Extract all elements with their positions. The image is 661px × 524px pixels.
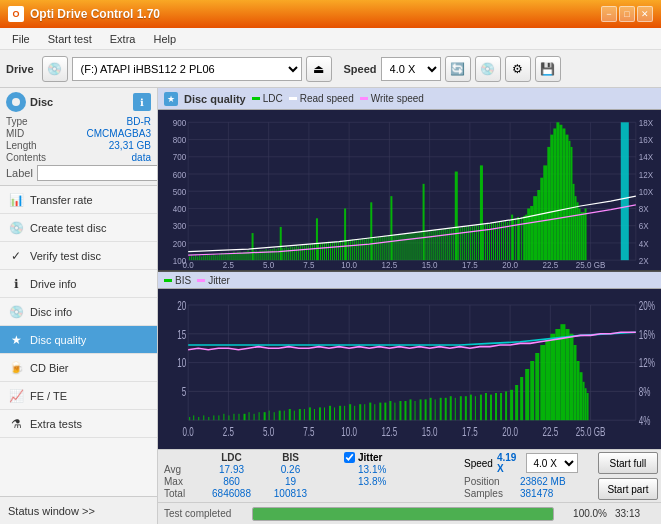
speed-select[interactable]: 4.0 X [526,453,578,473]
speed-label: Speed [344,63,377,75]
svg-rect-345 [520,377,523,420]
svg-rect-313 [359,404,361,420]
svg-text:500: 500 [173,186,186,197]
svg-rect-131 [350,240,351,260]
menu-start-test[interactable]: Start test [40,31,100,47]
toolbar: Drive 💿 (F:) ATAPI iHBS112 2 PL06 ⏏ Spee… [0,50,661,88]
sidebar-item-verify-test-disc[interactable]: ✓ Verify test disc [0,242,157,270]
svg-rect-309 [339,406,341,420]
sidebar-item-create-test-disc[interactable]: 💿 Create test disc [0,214,157,242]
svg-text:17.5: 17.5 [462,424,478,438]
sidebar-item-fe-te[interactable]: 📈 FE / TE [0,382,157,410]
cd-bier-icon: 🍺 [8,360,24,376]
extra-tests-label: Extra tests [30,418,82,430]
sidebar: Disc ℹ Type BD-R MID CMCMAGBA3 Length 23… [0,88,158,524]
svg-rect-210 [511,215,513,261]
svg-rect-77 [241,253,242,260]
svg-rect-80 [248,250,249,260]
svg-text:700: 700 [173,152,186,163]
svg-rect-189 [468,226,469,260]
svg-rect-161 [411,233,412,260]
menu-extra[interactable]: Extra [102,31,144,47]
close-button[interactable]: ✕ [637,6,653,22]
label-input[interactable] [37,165,158,181]
svg-rect-126 [340,240,341,260]
minimize-button[interactable]: − [601,6,617,22]
jitter-stats: Jitter 13.1% 13.8% [344,452,444,487]
nav-spacer [0,438,157,496]
svg-rect-217 [525,215,527,261]
start-part-button[interactable]: Start part [598,478,657,500]
svg-rect-191 [472,226,473,260]
legend-write-speed: Write speed [360,93,424,104]
sidebar-item-extra-tests[interactable]: ⚗ Extra tests [0,410,157,438]
svg-rect-338 [485,393,487,420]
extra-tests-icon: ⚗ [8,416,24,432]
svg-rect-310 [344,406,345,420]
jitter-checkbox[interactable] [344,452,355,463]
disc-quality-icon: ★ [8,332,24,348]
start-full-button[interactable]: Start full [598,452,657,474]
svg-text:7.5: 7.5 [303,424,314,438]
svg-rect-321 [399,401,401,420]
svg-rect-143 [374,237,375,260]
svg-rect-64 [215,255,216,260]
sidebar-item-disc-info[interactable]: 💿 Disc info [0,298,157,326]
disc-mid-row: MID CMCMAGBA3 [6,128,151,139]
settings-button[interactable]: ⚙ [505,56,531,82]
svg-rect-213 [517,217,519,260]
cd-bier-label: CD Bier [30,362,69,374]
svg-rect-120 [328,242,329,260]
svg-rect-56 [199,255,200,260]
disc-info-button[interactable]: ℹ [133,93,151,111]
disc-title: Disc [30,96,53,108]
svg-rect-139 [366,238,367,260]
svg-rect-306 [324,407,325,420]
drive-icon-button[interactable]: 💿 [42,56,68,82]
avg-ldc: 17.93 [204,464,259,475]
svg-rect-335 [470,395,472,421]
sidebar-item-transfer-rate[interactable]: 📊 Transfer rate [0,186,157,214]
disc-icon [6,92,26,112]
eject-button[interactable]: ⏏ [306,56,332,82]
svg-rect-193 [476,224,477,260]
drive-select[interactable]: (F:) ATAPI iHBS112 2 PL06 [72,57,302,81]
maximize-button[interactable]: □ [619,6,635,22]
menu-file[interactable]: File [4,31,38,47]
svg-rect-287 [228,415,229,420]
sidebar-item-cd-bier[interactable]: 🍺 CD Bier [0,354,157,382]
svg-rect-176 [441,229,442,260]
speed-select[interactable]: 4.0 X [381,57,441,81]
svg-text:5.0: 5.0 [263,259,274,270]
svg-text:4%: 4% [639,413,651,427]
svg-text:16X: 16X [639,134,653,145]
menu-help[interactable]: Help [145,31,184,47]
svg-text:4X: 4X [639,238,649,249]
svg-rect-166 [421,232,422,260]
svg-rect-239 [585,208,587,260]
svg-rect-236 [579,208,581,260]
disc-button[interactable]: 💿 [475,56,501,82]
svg-rect-325 [420,399,422,420]
svg-rect-333 [460,396,462,420]
svg-text:18X: 18X [639,117,653,128]
svg-rect-114 [316,218,318,260]
content-area: ★ Disc quality LDC Read speed Write spee… [158,88,661,524]
status-window-button[interactable]: Status window >> [0,496,157,524]
refresh-button[interactable]: 🔄 [445,56,471,82]
sidebar-item-drive-info[interactable]: ℹ Drive info [0,270,157,298]
svg-rect-65 [217,255,218,260]
svg-rect-303 [309,407,311,420]
svg-rect-169 [427,231,428,261]
svg-text:400: 400 [173,203,186,214]
svg-rect-290 [244,414,246,420]
svg-rect-115 [318,243,319,260]
read-speed-color [289,97,297,100]
svg-text:22.5: 22.5 [543,424,559,438]
save-button[interactable]: 💾 [535,56,561,82]
svg-text:800: 800 [173,134,186,145]
svg-text:2X: 2X [639,255,649,266]
svg-rect-178 [445,228,446,260]
sidebar-item-disc-quality[interactable]: ★ Disc quality [0,326,157,354]
svg-rect-172 [433,231,434,261]
